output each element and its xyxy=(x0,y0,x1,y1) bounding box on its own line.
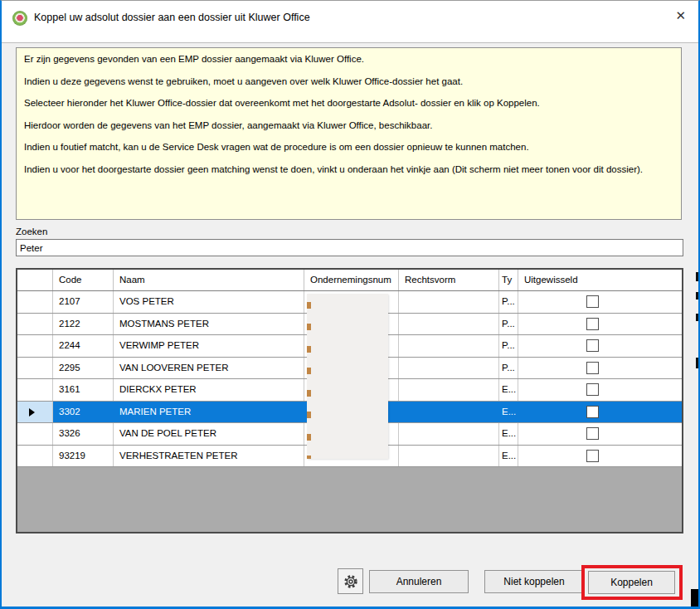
row-selector-gutter[interactable] xyxy=(17,291,53,313)
cell-type: E... xyxy=(499,423,518,445)
close-icon[interactable]: ✕ xyxy=(675,9,686,22)
header-ondernemingsnummer[interactable]: Ondernemingsnum xyxy=(304,270,399,290)
cell-rechtsvorm xyxy=(399,402,499,423)
search-input[interactable] xyxy=(16,239,683,256)
uitgewisseld-checkbox[interactable] xyxy=(586,383,599,396)
uitgewisseld-checkbox[interactable] xyxy=(586,406,599,418)
cell-naam: VAN LOOVEREN PETER xyxy=(114,358,304,379)
row-selector-gutter[interactable] xyxy=(17,402,53,423)
table-header-row: Code Naam Ondernemingsnum Rechtsvorm Ty … xyxy=(17,270,682,291)
app-icon xyxy=(12,11,27,26)
screen-edge-artifact xyxy=(696,314,698,321)
row-selector-gutter[interactable] xyxy=(17,446,53,467)
cell-uitgewisseld xyxy=(518,402,682,423)
dialog-koppel-dossier: Koppel uw adsolut dossier aan een dossie… xyxy=(0,0,700,609)
header-rechtsvorm[interactable]: Rechtsvorm xyxy=(399,270,499,290)
niet-koppelen-button[interactable]: Niet koppelen xyxy=(484,570,584,593)
uitgewisseld-checkbox[interactable] xyxy=(586,339,599,352)
annuleren-button[interactable]: Annuleren xyxy=(369,570,469,593)
info-paragraph: Indien u foutief matcht, kan u de Servic… xyxy=(24,142,673,153)
cell-naam: VAN DE POEL PETER xyxy=(114,423,304,445)
title-bar: Koppel uw adsolut dossier aan een dossie… xyxy=(2,1,698,43)
info-paragraph: Er zijn gegevens gevonden van een EMP do… xyxy=(24,54,673,65)
row-selector-gutter[interactable] xyxy=(17,314,53,335)
cell-rechtsvorm xyxy=(399,335,499,357)
header-naam[interactable]: Naam xyxy=(114,270,304,290)
uitgewisseld-checkbox[interactable] xyxy=(586,427,599,440)
uitgewisseld-checkbox[interactable] xyxy=(586,318,599,330)
koppelen-button[interactable]: Koppelen xyxy=(588,571,675,594)
cell-code: 3161 xyxy=(53,379,114,401)
uitgewisseld-checkbox[interactable] xyxy=(586,295,599,308)
cell-rechtsvorm xyxy=(399,446,499,467)
redaction-overlay xyxy=(307,294,388,459)
info-paragraph: Indien u voor het doorgestarte dossier g… xyxy=(24,164,673,175)
screen-edge-artifact xyxy=(696,272,698,281)
screen-edge-artifact xyxy=(696,292,698,300)
cell-uitgewisseld xyxy=(518,335,682,357)
header-uitgewisseld[interactable]: Uitgewisseld xyxy=(518,270,682,290)
uitgewisseld-checkbox[interactable] xyxy=(586,450,599,462)
cell-rechtsvorm xyxy=(399,423,499,445)
screen-corner-artifact xyxy=(691,589,698,607)
cell-rechtsvorm xyxy=(399,379,499,401)
cell-rechtsvorm xyxy=(399,358,499,379)
cell-type: P... xyxy=(499,358,518,379)
cell-uitgewisseld xyxy=(518,314,682,335)
cell-uitgewisseld xyxy=(518,446,682,467)
cell-uitgewisseld xyxy=(518,379,682,401)
info-paragraph: Selecteer hieronder het Kluwer Office-do… xyxy=(24,98,673,109)
cell-type: E... xyxy=(499,446,518,467)
cell-naam: VOS PETER xyxy=(114,291,304,313)
cell-uitgewisseld xyxy=(518,291,682,313)
cell-code: 3326 xyxy=(53,423,114,445)
row-selector-gutter[interactable] xyxy=(17,423,53,445)
info-paragraph: Indien u deze gegevens wenst te gebruike… xyxy=(24,76,673,87)
info-paragraph: Hierdoor worden de gegevens van het EMP … xyxy=(24,120,673,131)
row-selector-gutter[interactable] xyxy=(17,379,53,401)
selected-row-arrow-icon xyxy=(29,408,35,417)
header-code[interactable]: Code xyxy=(53,270,114,290)
dossier-table: Code Naam Ondernemingsnum Rechtsvorm Ty … xyxy=(16,268,683,533)
cell-type: P... xyxy=(499,335,518,357)
row-selector-gutter[interactable] xyxy=(17,358,53,379)
redacted-text-fragments xyxy=(307,295,311,459)
cell-type: E... xyxy=(499,379,518,401)
cell-type: P... xyxy=(499,291,518,313)
cell-rechtsvorm xyxy=(399,291,499,313)
cell-uitgewisseld xyxy=(518,423,682,445)
info-box: Er zijn gegevens gevonden van een EMP do… xyxy=(16,47,682,220)
cell-naam: MARIEN PETER xyxy=(114,402,304,423)
uitgewisseld-checkbox[interactable] xyxy=(586,362,599,374)
cell-uitgewisseld xyxy=(518,358,682,379)
gear-icon xyxy=(343,573,359,590)
search-label: Zoeken xyxy=(16,227,47,236)
cell-naam: VERHESTRAETEN PETER xyxy=(114,446,304,467)
cell-type: E... xyxy=(499,402,518,423)
cell-rechtsvorm xyxy=(399,314,499,335)
cell-code: 2244 xyxy=(53,335,114,357)
cell-code: 3302 xyxy=(53,402,114,423)
header-gutter xyxy=(17,270,53,290)
cell-code: 2122 xyxy=(53,314,114,335)
cell-naam: MOSTMANS PETER xyxy=(114,314,304,335)
window-title: Koppel uw adsolut dossier aan een dossie… xyxy=(34,12,310,23)
screen-edge-artifact xyxy=(696,358,698,368)
settings-button[interactable] xyxy=(338,568,363,594)
row-selector-gutter[interactable] xyxy=(17,335,53,357)
cell-naam: VERWIMP PETER xyxy=(114,335,304,357)
cell-type: P... xyxy=(499,314,518,335)
header-type[interactable]: Ty xyxy=(499,270,518,290)
cell-code: 2107 xyxy=(53,291,114,313)
cell-code: 2295 xyxy=(53,358,114,379)
cell-naam: DIERCKX PETER xyxy=(114,379,304,401)
cell-code: 93219 xyxy=(53,446,114,467)
